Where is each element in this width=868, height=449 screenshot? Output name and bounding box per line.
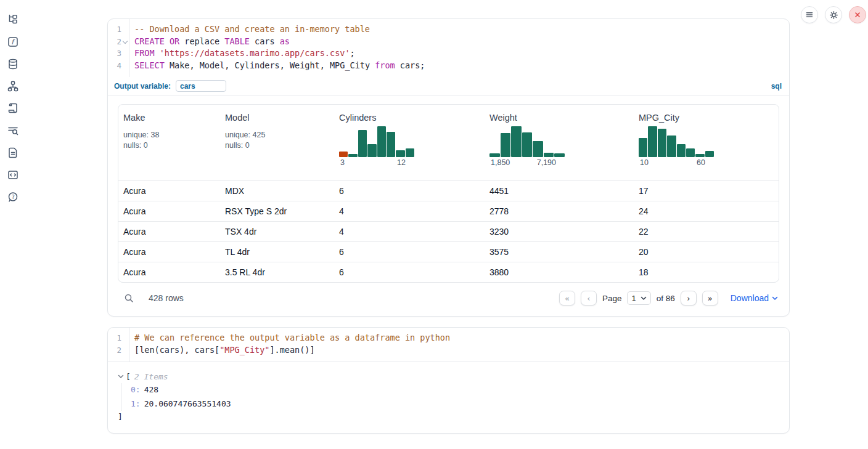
- histogram-bar: [406, 148, 414, 157]
- table-row: AcuraTL 4dr6357520: [118, 241, 779, 262]
- table-cell: Acura: [118, 186, 220, 196]
- fold-chevron-icon[interactable]: [123, 38, 128, 43]
- settings-button[interactable]: [825, 6, 842, 23]
- table-cell: RSX Type S 2dr: [220, 206, 334, 216]
- histogram-bar: [348, 154, 357, 157]
- dependency-graph-icon[interactable]: [7, 80, 19, 92]
- chevron-down-icon: [772, 296, 778, 301]
- prev-page-button[interactable]: ‹: [581, 291, 597, 305]
- code-line: 2[len(cars), cars["MPG_City"].mean()]: [108, 344, 789, 357]
- menu-icon: [805, 10, 814, 20]
- histogram-bar: [358, 130, 367, 157]
- collapse-toggle[interactable]: [118, 374, 124, 379]
- column-stat: unique: 425: [225, 130, 332, 140]
- list-entry: 0:428: [131, 383, 779, 397]
- variables-icon[interactable]: f: [7, 36, 19, 48]
- help-icon[interactable]: ?: [7, 191, 19, 203]
- first-page-button[interactable]: «: [559, 291, 575, 305]
- histogram-bar: [554, 153, 565, 157]
- logs-icon[interactable]: [7, 124, 19, 137]
- column-stat: unique: 38: [123, 130, 218, 140]
- last-page-button[interactable]: »: [702, 291, 718, 305]
- cylinders-histogram: 312: [339, 126, 414, 167]
- chevron-left-icon: ‹: [587, 294, 590, 303]
- snippets-icon[interactable]: [7, 169, 19, 181]
- code-line: 3FROM 'https://datasets.marimo.app/cars.…: [108, 47, 789, 60]
- histogram-bar: [489, 153, 500, 157]
- table-cell: 4451: [485, 186, 634, 196]
- page-label: Page: [602, 294, 622, 303]
- table-cell: Acura: [118, 206, 220, 216]
- weight-histogram: 1,8507,190: [489, 126, 565, 167]
- column-stat: nulls: 0: [123, 140, 218, 151]
- table-cell: TSX 4dr: [220, 227, 334, 237]
- histogram-axis-label: 10: [640, 158, 649, 167]
- chevron-down-icon: [641, 296, 647, 301]
- table-cell: 3575: [485, 247, 634, 257]
- histogram-bar: [396, 150, 404, 157]
- histogram-axis-label: 3: [340, 158, 345, 167]
- output-variable-input[interactable]: [176, 80, 226, 92]
- python-cell: 1# We can reference the output variable …: [107, 327, 790, 434]
- documentation-icon[interactable]: [7, 147, 19, 159]
- next-page-button[interactable]: ›: [681, 291, 697, 305]
- table-cell: 4: [334, 206, 485, 216]
- search-button[interactable]: [123, 292, 135, 304]
- histogram-axis-label: 7,190: [537, 158, 556, 167]
- table-cell: MDX: [220, 186, 334, 196]
- page-select[interactable]: 1: [627, 291, 650, 305]
- list-entry: 1:20.060747663551403: [131, 397, 779, 411]
- close-button[interactable]: [849, 6, 866, 23]
- window-controls: [801, 6, 866, 23]
- sql-output-variable-bar: Output variable: sql: [108, 77, 789, 95]
- histogram-axis-label: 60: [697, 158, 705, 167]
- chevrons-left-icon: «: [565, 294, 570, 303]
- menu-button[interactable]: [801, 6, 818, 23]
- column-header-weight[interactable]: Weight 1,8507,190: [485, 105, 634, 180]
- table-cell: 6: [334, 267, 485, 277]
- table-cell: 6: [334, 247, 485, 257]
- list-close-bracket: ]: [118, 411, 779, 423]
- datasources-icon[interactable]: [7, 58, 19, 70]
- file-tree-icon[interactable]: [7, 14, 19, 26]
- table-cell: 2778: [485, 206, 634, 216]
- chevrons-right-icon: »: [708, 294, 713, 303]
- svg-text:?: ?: [12, 194, 15, 200]
- table-cell: 24: [634, 206, 779, 216]
- table-row: Acura3.5 RL 4dr6388018: [118, 262, 779, 282]
- sql-cell-output: Make unique: 38 nulls: 0 Model unique: 4…: [108, 95, 789, 316]
- table-cell: 18: [634, 267, 779, 277]
- sql-cell: 1-- Download a CSV and create an in-memo…: [107, 18, 790, 317]
- table-row: AcuraRSX Type S 2dr4277824: [118, 201, 779, 221]
- table-footer: 428 rows « ‹ Page 1 of 86 › » Download: [118, 283, 779, 313]
- histogram-axis-label: 12: [397, 158, 406, 167]
- histogram-bar: [667, 136, 676, 157]
- table-cell: 22: [634, 227, 779, 237]
- download-button[interactable]: Download: [731, 293, 778, 303]
- column-header-mpg-city[interactable]: MPG_City 1060: [634, 105, 779, 180]
- table-cell: 20: [634, 247, 779, 257]
- histogram-axis-label: 1,850: [491, 158, 510, 167]
- histogram-bar: [695, 154, 704, 157]
- histogram-bar: [686, 148, 695, 157]
- histogram-bar: [387, 132, 395, 158]
- histogram-bar: [522, 132, 533, 157]
- histogram-bar: [339, 152, 348, 157]
- column-header-model[interactable]: Model unique: 425 nulls: 0: [220, 105, 334, 180]
- python-cell-output: [ 2 Items 0:428 1:20.060747663551403 ]: [108, 362, 789, 433]
- python-code-editor[interactable]: 1# We can reference the output variable …: [108, 328, 789, 362]
- table-cell: 4: [334, 227, 485, 237]
- histogram-bar: [544, 153, 554, 158]
- table-row: AcuraMDX6445117: [118, 180, 779, 201]
- scratchpad-icon[interactable]: [7, 102, 19, 115]
- page-total-label: of 86: [657, 294, 675, 303]
- column-header-cylinders[interactable]: Cylinders 312: [334, 105, 485, 180]
- sql-code-editor[interactable]: 1-- Download a CSV and create an in-memo…: [108, 19, 789, 77]
- data-table: Make unique: 38 nulls: 0 Model unique: 4…: [118, 104, 779, 283]
- column-header-make[interactable]: Make unique: 38 nulls: 0: [118, 105, 220, 180]
- histogram-bar: [677, 144, 686, 157]
- table-body: AcuraMDX6445117AcuraRSX Type S 2dr427782…: [118, 180, 779, 282]
- code-line: 2CREATE OR replace TABLE cars as: [108, 36, 789, 48]
- histogram-bar: [501, 133, 511, 157]
- pagination: « ‹ Page 1 of 86 › »: [559, 291, 718, 305]
